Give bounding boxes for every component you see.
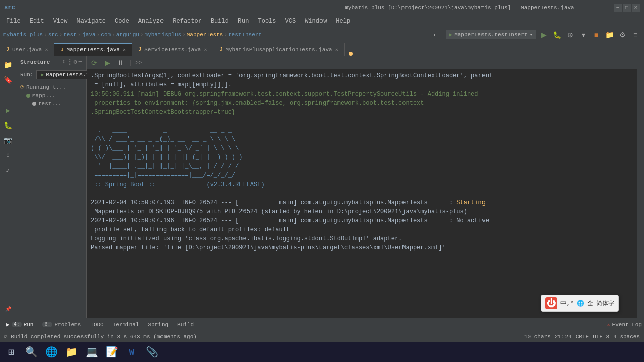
breadcrumb-mybatisplus[interactable]: mybatisplus	[145, 32, 182, 38]
console-spring-4: \\/ ___)| |_)| | | | | || (_| | ) ) ) )	[91, 153, 633, 162]
sidebar-camera-icon[interactable]: 📷	[2, 134, 15, 147]
console-rerun-button[interactable]: ⟳	[89, 57, 100, 68]
status-bar: ☑ Build completed successfully in 3 s 64…	[0, 331, 644, 342]
menu-analyze[interactable]: Analyze	[134, 17, 168, 26]
tab-user-java[interactable]: J User.java ✕	[0, 43, 54, 56]
close-button[interactable]: ✕	[632, 4, 640, 12]
taskbar-explorer[interactable]: 📁	[62, 344, 80, 361]
toolbar-panel-button[interactable]: ≡	[630, 29, 641, 40]
breadcrumb-test[interactable]: test	[63, 32, 76, 38]
run-config-dropdown[interactable]: ▾	[529, 31, 533, 38]
event-log-label[interactable]: Event Log	[612, 322, 642, 328]
toolbar-back-button[interactable]: ⟵	[433, 29, 444, 40]
ime-label-2[interactable]: 🌐	[577, 300, 584, 307]
breadcrumb-atguigu[interactable]: atguigu	[116, 32, 139, 38]
tab-mybatisplusapp-java[interactable]: J MybatisPlusApplicationTests.java ✕	[213, 43, 344, 56]
console-pause-button[interactable]: ⏸	[115, 57, 126, 68]
tab-servicetests-java[interactable]: J ServiceTests.java ✕	[132, 43, 213, 56]
status-position[interactable]: 21:24	[555, 334, 572, 340]
menu-tools[interactable]: Tools	[254, 17, 280, 26]
sidebar-bookmark-icon[interactable]: 🔖	[2, 73, 15, 86]
sidebar-debug-icon[interactable]: 🐛	[2, 119, 15, 132]
breadcrumb-app[interactable]: mybatis-plus	[3, 32, 43, 38]
breadcrumb: mybatis-plus › src › test › java › com ›…	[3, 32, 262, 38]
structure-icon-2[interactable]: ⋮	[67, 58, 73, 66]
toolbar-debug-button[interactable]: 🐛	[551, 29, 562, 40]
menu-navigate[interactable]: Navigate	[72, 17, 110, 26]
orange-dot-indicator	[349, 52, 353, 56]
toolbar-more-button[interactable]: ▾	[578, 29, 589, 40]
gutter-scroll[interactable]	[637, 69, 644, 318]
taskbar-notepad[interactable]: 📝	[103, 344, 121, 361]
sidebar-git-icon[interactable]: ↕	[2, 149, 15, 162]
console-line-5: .SpringBootTestContextBootstrapper=true}	[91, 108, 633, 117]
sidebar-project-icon[interactable]: 📁	[2, 58, 15, 71]
status-encoding[interactable]: UTF-8	[593, 334, 609, 340]
ime-label-4[interactable]: 简体字	[596, 299, 614, 308]
run-tree-test: test...	[24, 100, 84, 108]
run-tree-running[interactable]: ⟳ Running t...	[18, 83, 84, 92]
structure-header: Structure ↕ ⋮ ⚙ −	[16, 56, 86, 68]
tab-user-java-close[interactable]: ✕	[45, 47, 48, 53]
maximize-button[interactable]: □	[623, 4, 631, 12]
breadcrumb-mappertests[interactable]: MapperTests	[187, 32, 223, 38]
menu-view[interactable]: View	[49, 17, 72, 26]
console-run-button[interactable]: ▶	[102, 57, 113, 68]
menu-run[interactable]: Run	[234, 17, 253, 26]
run-tree-mapp[interactable]: Mapp...	[24, 92, 84, 100]
sidebar-pin-icon[interactable]: 📌	[2, 303, 15, 316]
sidebar-todo-icon[interactable]: ✓	[2, 164, 15, 177]
status-indent[interactable]: 4 spaces	[613, 334, 640, 340]
breadcrumb-com[interactable]: com	[101, 32, 111, 38]
menu-edit[interactable]: Edit	[26, 17, 48, 26]
bottom-tab-build[interactable]: Build	[173, 321, 198, 329]
tab-servicetests-java-close[interactable]: ✕	[204, 47, 207, 53]
bottom-tab-terminal[interactable]: Terminal	[109, 321, 143, 329]
bottom-tab-spring[interactable]: Spring	[144, 321, 173, 329]
sidebar-structure-icon[interactable]: ≡	[2, 88, 15, 102]
ime-label-1[interactable]: 中,°	[560, 299, 574, 308]
menu-help[interactable]: Help	[332, 17, 354, 26]
menu-build[interactable]: Build	[207, 17, 233, 26]
menu-refactor[interactable]: Refactor	[169, 17, 206, 26]
toolbar-stop-button[interactable]: ■	[591, 29, 602, 40]
tab-mappertests-java[interactable]: J MapperTests.java ✕	[54, 43, 132, 56]
breadcrumb-src[interactable]: src	[48, 32, 58, 38]
taskbar-start[interactable]: ⊞	[2, 344, 20, 361]
menu-code[interactable]: Code	[111, 17, 133, 26]
tab-servicetests-java-icon: J	[138, 47, 141, 52]
taskbar-clip[interactable]: 📎	[143, 344, 161, 361]
menu-file[interactable]: File	[2, 17, 25, 26]
toolbar-settings-button[interactable]: ⚙	[617, 29, 628, 40]
toolbar-files-button[interactable]: 📁	[604, 29, 615, 40]
taskbar-terminal[interactable]: 💻	[83, 344, 101, 361]
taskbar-browser[interactable]: 🌐	[42, 344, 60, 361]
run-config-box[interactable]: ▶ MapperTests.testInsert ▾	[446, 30, 536, 39]
bottom-tab-todo[interactable]: TODO	[86, 321, 107, 329]
bottom-tab-problems[interactable]: 6: Problems	[38, 321, 85, 329]
tab-mybatisplusapp-java-close[interactable]: ✕	[335, 47, 338, 53]
structure-icon-1[interactable]: ↕	[62, 58, 65, 66]
menu-vcs[interactable]: VCS	[281, 17, 300, 26]
console-expand-btn[interactable]: >>	[135, 60, 142, 66]
breadcrumb-java[interactable]: java	[82, 32, 95, 38]
breadcrumb-testinsert[interactable]: testInsert	[228, 32, 262, 38]
status-line-ending[interactable]: CRLF	[576, 334, 589, 340]
minimize-button[interactable]: −	[614, 4, 622, 12]
console-output[interactable]: .SpringBootTestArgs@1], contextLoader = …	[87, 69, 637, 318]
toolbar-coverage-button[interactable]: ⊕	[565, 29, 576, 40]
structure-icon-3[interactable]: ⚙	[74, 58, 77, 66]
tab-mappertests-java-close[interactable]: ✕	[123, 47, 126, 53]
ime-label-3[interactable]: 全	[587, 299, 593, 308]
sidebar-run-icon[interactable]: ▶	[2, 104, 15, 117]
structure-icon-4[interactable]: −	[78, 58, 82, 66]
taskbar-word[interactable]: W	[123, 344, 141, 361]
taskbar-search[interactable]: 🔍	[22, 344, 40, 361]
run-tree-spinner: ⟳	[20, 84, 24, 90]
menu-window[interactable]: Window	[301, 17, 331, 26]
console-line-start-2: MapperTests on DESKTOP-DJHQ975 with PID …	[91, 207, 633, 216]
run-tree-test-item[interactable]: test...	[30, 100, 84, 108]
toolbar-run-button[interactable]: ▶	[538, 29, 549, 40]
tab-servicetests-java-label: ServiceTests.java	[144, 47, 201, 53]
bottom-tab-run[interactable]: ▶ 4: Run	[2, 320, 37, 329]
